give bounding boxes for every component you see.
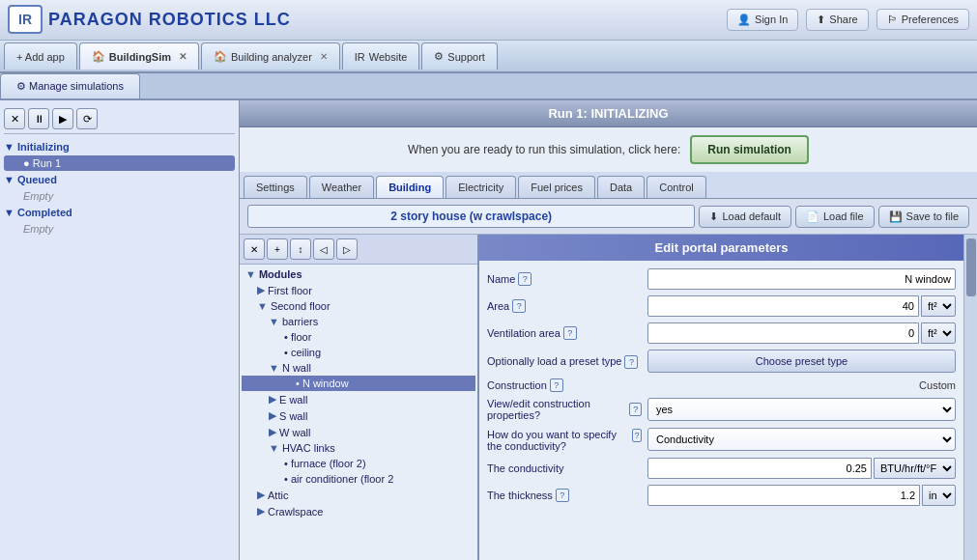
view-edit-construction-row: View/edit construction properties? ? yes (487, 398, 956, 421)
tree-floor[interactable]: • floor (242, 329, 475, 345)
conductivity-unit-select[interactable]: BTU/hr/ft/°F (874, 458, 956, 479)
arrow-left-icon: ◁ (320, 244, 328, 255)
tree-air-conditioner[interactable]: • air conditioner (floor 2 (242, 471, 475, 487)
expand-initializing-icon[interactable]: ▼ (4, 141, 14, 153)
completed-empty: Empty (4, 221, 235, 237)
pause-icon: ⏸ (34, 113, 44, 125)
vent-area-help-icon[interactable]: ? (563, 326, 577, 340)
tree-s-wall[interactable]: ▶ S wall (242, 407, 475, 424)
expand-attic-icon: ▶ (257, 489, 265, 501)
expand-queued-icon[interactable]: ▼ (4, 174, 14, 185)
area-unit-select[interactable]: ft² (921, 295, 956, 317)
area-input[interactable] (647, 295, 919, 317)
tree-n-window[interactable]: • N window (242, 376, 475, 391)
tree-move-button[interactable]: ↕ (290, 238, 311, 260)
view-edit-help-icon[interactable]: ? (629, 403, 642, 416)
expand-completed-icon[interactable]: ▼ (4, 207, 14, 218)
construction-help-icon[interactable]: ? (550, 378, 563, 392)
tab-close-building-sim[interactable]: ✕ (179, 51, 187, 62)
tab-control[interactable]: Control (647, 176, 705, 198)
tab-website[interactable]: IR Website (342, 42, 420, 70)
tab-building-analyzer[interactable]: 🏠 Building analyzer ✕ (201, 42, 340, 70)
expand-s-wall-icon: ▶ (269, 409, 276, 422)
thickness-unit-select[interactable]: in (922, 485, 956, 506)
conductivity-spec-row: How do you want to specify the conductiv… (487, 427, 956, 452)
tab-building-sim[interactable]: 🏠 BuildingSim ✕ (79, 42, 199, 70)
expand-barriers-icon: ▼ (269, 316, 279, 327)
tab-support[interactable]: ⚙ Support (421, 42, 498, 70)
sim-pause-button[interactable]: ⏸ (28, 108, 49, 129)
tab-settings[interactable]: Settings (244, 176, 307, 198)
tree-barriers[interactable]: ▼ barriers (242, 314, 475, 329)
conductivity-input[interactable] (647, 458, 872, 479)
tree-second-floor[interactable]: ▼ Second floor (242, 298, 475, 314)
tree-w-wall[interactable]: ▶ W wall (242, 424, 475, 440)
expand-e-wall-icon: ▶ (269, 393, 276, 406)
load-file-icon: 📄 (806, 210, 819, 223)
share-button[interactable]: ⬆ Share (806, 9, 868, 31)
tree-attic[interactable]: ▶ Attic (242, 487, 475, 503)
building-analyzer-icon: 🏠 (214, 50, 227, 63)
queued-empty: Empty (4, 188, 235, 204)
tree-hvac-links[interactable]: ▼ HVAC links (242, 440, 475, 456)
sim-stop-button[interactable]: ✕ (4, 108, 25, 129)
expand-n-wall-icon: ▼ (269, 362, 279, 374)
arrow-right-icon: ▷ (343, 244, 351, 255)
tree-furnace[interactable]: • furnace (floor 2) (242, 456, 475, 471)
completed-label: ▼ Completed (4, 204, 235, 221)
tree-e-wall[interactable]: ▶ E wall (242, 391, 475, 407)
choose-preset-button[interactable]: Choose preset type (647, 350, 956, 373)
company-name: PARAGON ROBOTICS LLC (48, 10, 291, 30)
tab-data[interactable]: Data (597, 176, 645, 198)
manage-simulations-tab[interactable]: ⚙ Manage simulations (0, 73, 140, 98)
run-simulation-button[interactable]: Run simulation (690, 135, 809, 164)
tree-modules[interactable]: ▼ Modules (242, 266, 475, 282)
tree-ceiling[interactable]: • ceiling (242, 345, 475, 360)
delete-icon: ✕ (250, 244, 258, 255)
vent-area-unit-select[interactable]: ft² (921, 322, 956, 344)
tree-delete-button[interactable]: ✕ (244, 238, 265, 260)
load-file-button[interactable]: 📄 Load file (795, 206, 875, 228)
save-to-file-button[interactable]: 💾 Save to file (878, 206, 969, 228)
building-sim-icon: 🏠 (92, 50, 105, 63)
tab-building[interactable]: Building (376, 176, 444, 198)
expand-hvac-icon: ▼ (269, 442, 279, 454)
name-help-icon[interactable]: ? (518, 272, 532, 286)
scroll-thumb[interactable] (966, 238, 976, 296)
tab-close-building-analyzer[interactable]: ✕ (320, 51, 328, 62)
preset-type-row: Optionally load a preset type ? Choose p… (487, 350, 956, 373)
preferences-button[interactable]: 🏳 Preferences (876, 9, 969, 30)
load-default-button[interactable]: ⬇ Load default (699, 206, 791, 228)
tab-electricity[interactable]: Electricity (445, 176, 516, 198)
tab-weather[interactable]: Weather (309, 176, 374, 198)
bullet-n-window-icon: • (296, 378, 300, 389)
name-input[interactable] (647, 268, 956, 290)
construction-row: Construction ? Custom (487, 378, 956, 392)
sign-in-button[interactable]: 👤 Sign In (727, 9, 798, 31)
thickness-input[interactable] (647, 485, 920, 506)
website-icon: IR (355, 51, 365, 63)
expand-second-floor-icon: ▼ (257, 300, 268, 312)
sim-refresh-button[interactable]: ⟳ (76, 108, 98, 129)
tab-add-app[interactable]: + Add app (4, 42, 77, 70)
thickness-help-icon[interactable]: ? (556, 489, 569, 502)
save-icon: 💾 (889, 210, 903, 223)
run1-item[interactable]: ● Run 1 (4, 155, 235, 171)
run-status-header: Run 1: INITIALIZING (240, 100, 977, 127)
vent-area-input[interactable] (647, 322, 919, 344)
view-edit-select[interactable]: yes (647, 398, 956, 421)
conductivity-select[interactable]: Conductivity (647, 428, 956, 451)
tab-fuel-prices[interactable]: Fuel prices (518, 176, 595, 198)
tree-right-button[interactable]: ▷ (336, 238, 358, 260)
tree-first-floor[interactable]: ▶ First floor (242, 282, 475, 298)
sim-play-button[interactable]: ▶ (52, 108, 73, 129)
area-help-icon[interactable]: ? (512, 299, 526, 313)
initializing-label: ▼ Initializing (4, 138, 235, 155)
conductivity-help-icon[interactable]: ? (632, 429, 642, 442)
edit-panel-scrollbar[interactable] (963, 235, 977, 560)
tree-crawlspace[interactable]: ▶ Crawlspace (242, 503, 475, 519)
tree-n-wall[interactable]: ▼ N wall (242, 360, 475, 376)
tree-add-button[interactable]: + (267, 238, 288, 260)
tree-left-button[interactable]: ◁ (313, 238, 334, 260)
preset-help-icon[interactable]: ? (624, 355, 638, 369)
